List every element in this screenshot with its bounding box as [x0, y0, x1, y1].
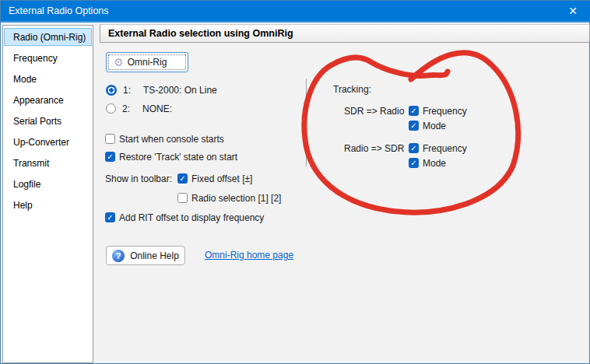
checkbox-label: Add RIT offset to display frequency: [119, 212, 264, 223]
check-icon: ✓: [410, 145, 416, 152]
radio-row-2: 2: NONE:: [106, 103, 172, 114]
sidebar-item-appearance[interactable]: Appearance: [4, 89, 92, 110]
section-title: External Radio selection using OmniRig: [100, 28, 293, 39]
check-icon: ✓: [410, 159, 416, 167]
checkbox-label: Fixed offset [±]: [191, 173, 252, 184]
checkbox-label: Mode: [423, 121, 446, 131]
checkbox-radio-sdr-mode[interactable]: ✓: [409, 158, 419, 168]
sidebar-item-frequency[interactable]: Frequency: [4, 47, 92, 68]
checkbox-sdr-radio-frequency[interactable]: ✓: [409, 106, 419, 116]
check-icon: ✓: [107, 153, 113, 161]
radio-number: 2:: [122, 103, 135, 114]
sidebar: Radio (Omni-Rig) Frequency Mode Appearan…: [2, 25, 93, 363]
sidebar-item-help[interactable]: Help: [4, 194, 92, 215]
sidebar-item-up-converter[interactable]: Up-Converter: [4, 131, 92, 152]
sidebar-item-logfile[interactable]: Logfile: [4, 173, 92, 194]
help-question-icon: ?: [112, 250, 125, 262]
gear-icon: ⚙: [114, 57, 124, 68]
checkbox-label: Radio selection [1] [2]: [191, 193, 281, 204]
radio-number: 1:: [123, 85, 136, 96]
checkbox-label: Start when console starts: [119, 134, 224, 145]
section-header: External Radio selection using OmniRig: [100, 24, 590, 43]
vertical-divider: [306, 79, 307, 166]
checkbox-row-start-when-console[interactable]: ✓ Start when console starts: [105, 133, 224, 145]
omni-rig-button-label: Omni-Rig: [128, 57, 167, 68]
checkbox-sdr-radio-mode[interactable]: ✓: [409, 121, 419, 131]
checkbox-row-restore-track[interactable]: ✓ Restore 'Track' state on start: [105, 151, 237, 163]
external-radio-options-dialog: External Radio Options ✕ Radio (Omni-Rig…: [0, 0, 590, 364]
window-title: External Radio Options: [1, 5, 109, 16]
tracking-title: Tracking:: [333, 84, 371, 95]
tracking-group-label-sdr-to-radio: SDR => Radio: [344, 106, 404, 117]
checkbox-row-add-rit[interactable]: ✓ Add RIT offset to display frequency: [105, 212, 264, 223]
radio-button-1[interactable]: [106, 85, 117, 96]
checkbox-row-fixed-offset[interactable]: ✓ Fixed offset [±]: [177, 173, 252, 184]
checkbox-radio-selection[interactable]: ✓: [177, 193, 188, 203]
checkbox-row-radio-sdr-frequency[interactable]: ✓ Frequency: [409, 142, 467, 154]
online-help-button[interactable]: ? Online Help: [106, 246, 185, 265]
check-icon: ✓: [410, 122, 416, 130]
check-icon: ✓: [410, 107, 416, 115]
titlebar: External Radio Options ✕: [1, 1, 590, 23]
checkbox-radio-sdr-frequency[interactable]: ✓: [409, 143, 419, 153]
sidebar-item-radio-omni-rig[interactable]: Radio (Omni-Rig): [4, 28, 92, 46]
checkbox-fixed-offset[interactable]: ✓: [177, 173, 188, 184]
checkbox-row-radio-selection[interactable]: ✓ Radio selection [1] [2]: [177, 192, 281, 204]
omni-rig-button[interactable]: ⚙ Omni-Rig: [106, 52, 188, 72]
checkbox-label: Frequency: [423, 143, 467, 154]
checkbox-start-when-console[interactable]: ✓: [105, 134, 115, 144]
show-in-toolbar-label: Show in toolbar:: [105, 173, 172, 184]
radio-row-1: 1: TS-2000: On Line: [106, 84, 217, 96]
omni-rig-home-page-link[interactable]: Omni-Rig home page: [205, 246, 293, 265]
checkbox-add-rit[interactable]: ✓: [105, 212, 115, 222]
radio-label: TS-2000: On Line: [143, 85, 217, 96]
checkbox-label: Restore 'Track' state on start: [119, 152, 237, 163]
check-icon: ✓: [179, 175, 185, 183]
check-icon: ✓: [107, 214, 113, 222]
checkbox-row-radio-sdr-mode[interactable]: ✓ Mode: [409, 157, 446, 169]
radio-label: NONE:: [142, 103, 172, 114]
radio-button-2[interactable]: [106, 103, 116, 114]
checkbox-restore-track[interactable]: ✓: [105, 152, 115, 162]
sidebar-item-serial-ports[interactable]: Serial Ports: [4, 110, 92, 131]
sidebar-item-transmit[interactable]: Transmit: [4, 152, 92, 173]
checkbox-label: Frequency: [423, 106, 467, 117]
close-icon[interactable]: ✕: [555, 1, 590, 21]
checkbox-row-sdr-radio-frequency[interactable]: ✓ Frequency: [409, 105, 467, 117]
sidebar-item-mode[interactable]: Mode: [4, 68, 92, 89]
tracking-group-label-radio-to-sdr: Radio => SDR: [344, 143, 404, 154]
online-help-label: Online Help: [130, 250, 179, 261]
checkbox-row-sdr-radio-mode[interactable]: ✓ Mode: [409, 120, 446, 131]
checkbox-label: Mode: [423, 158, 446, 169]
